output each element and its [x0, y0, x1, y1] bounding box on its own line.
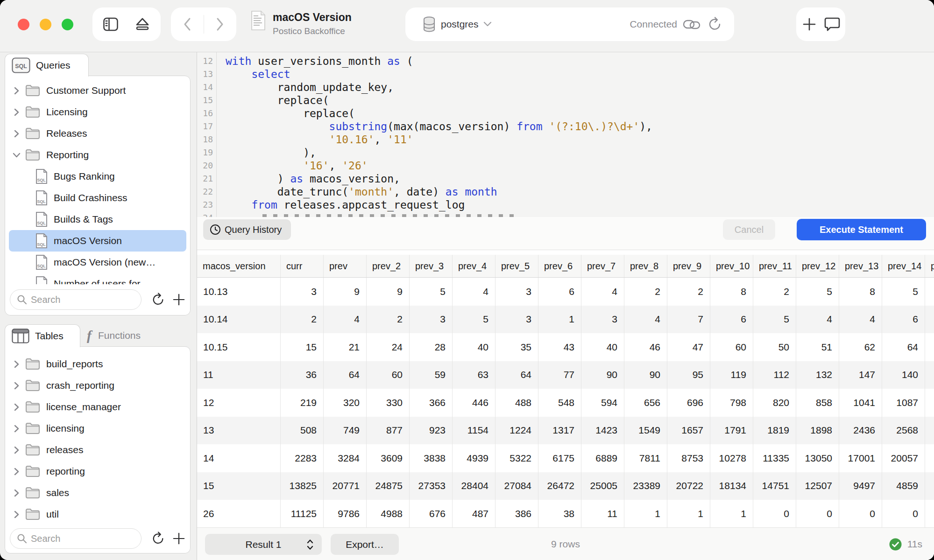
cell-prev-12[interactable]: 12507 [796, 472, 839, 500]
cell-prev-5[interactable]: 35 [495, 333, 538, 361]
cell-prev-3[interactable]: 27353 [410, 472, 453, 500]
cell-prev[interactable]: 9786 [324, 500, 367, 527]
cell-prev-4[interactable]: 487 [453, 500, 495, 527]
cell-prev[interactable]: 320 [324, 389, 367, 417]
cell-prev-8[interactable]: 656 [624, 389, 667, 417]
cell-prev-4[interactable]: 28404 [453, 472, 495, 500]
tab-functions[interactable]: f Functions [87, 324, 141, 347]
queries-search-input[interactable] [31, 294, 131, 305]
cell-prev-6[interactable]: 38 [538, 500, 581, 527]
cell-prev-11[interactable]: 2 [753, 278, 796, 306]
add-table-button[interactable] [172, 532, 185, 545]
cell-prev-15[interactable] [925, 472, 934, 500]
cell-prev-6[interactable]: 548 [538, 389, 581, 417]
cell-prev-12[interactable]: 4 [796, 306, 839, 334]
column-header-prev-6[interactable]: prev_6 [538, 255, 581, 277]
cell-prev-3[interactable]: 5 [410, 278, 453, 306]
execute-statement-button[interactable]: Execute Statement [797, 219, 926, 240]
cell-prev-8[interactable]: 90 [624, 361, 667, 389]
database-selector[interactable]: postgres [441, 19, 479, 30]
cell-prev[interactable]: 3284 [324, 444, 367, 472]
cell-prev-10[interactable]: 798 [710, 389, 753, 417]
column-header-prev-3[interactable]: prev_3 [410, 255, 453, 277]
sidebar-item-releases[interactable]: Releases [5, 123, 190, 144]
cell-prev[interactable]: 20771 [324, 472, 367, 500]
cell-macos-version[interactable]: 14 [197, 444, 281, 472]
cell-prev-5[interactable]: 5322 [495, 444, 538, 472]
sidebar-toggle-button[interactable] [97, 10, 125, 38]
cell-prev-7[interactable]: 594 [581, 389, 624, 417]
cell-prev-7[interactable]: 11 [581, 500, 624, 527]
cell-prev-2[interactable]: 24 [367, 333, 410, 361]
cell-prev-11[interactable]: 14751 [753, 472, 796, 500]
sidebar-item-licensing[interactable]: Licensing [5, 101, 190, 123]
cell-prev-4[interactable]: 1154 [453, 417, 495, 445]
cell-prev-5[interactable]: 386 [495, 500, 538, 527]
cell-prev-14[interactable]: 1087 [882, 389, 925, 417]
cell-prev-13[interactable]: 147 [839, 361, 882, 389]
cell-prev-8[interactable]: 46 [624, 333, 667, 361]
cell-prev-11[interactable]: 0 [753, 500, 796, 527]
cell-prev-13[interactable]: 9497 [839, 472, 882, 500]
new-item-button[interactable] [799, 10, 820, 38]
cell-macos-version[interactable]: 12 [197, 389, 281, 417]
cell-prev-10[interactable]: 10278 [710, 444, 753, 472]
cell-prev-12[interactable]: 1898 [796, 417, 839, 445]
cell-curr[interactable]: 3 [281, 278, 324, 306]
sidebar-item-builds-tags[interactable]: SQLBuilds & Tags [5, 209, 190, 230]
column-header-prev[interactable]: prev [324, 255, 367, 277]
cell-prev-5[interactable]: 64 [495, 361, 538, 389]
cell-prev-15[interactable] [925, 389, 934, 417]
cell-prev-14[interactable]: 140 [882, 361, 925, 389]
cell-prev-9[interactable]: 8753 [667, 444, 710, 472]
cell-prev-12[interactable]: 5 [796, 278, 839, 306]
cell-prev-2[interactable]: 4988 [367, 500, 410, 527]
cell-prev-5[interactable]: 488 [495, 389, 538, 417]
minimize-button[interactable] [40, 19, 51, 30]
cell-prev-10[interactable]: 6 [710, 306, 753, 334]
column-header-curr[interactable]: curr [281, 255, 324, 277]
cell-prev-4[interactable]: 4939 [453, 444, 495, 472]
cell-prev-8[interactable]: 1549 [624, 417, 667, 445]
cell-prev-3[interactable]: 59 [410, 361, 453, 389]
cell-prev-15[interactable] [925, 444, 934, 472]
eject-button[interactable] [128, 10, 156, 38]
cell-curr[interactable]: 11125 [281, 500, 324, 527]
cell-prev-12[interactable]: 132 [796, 361, 839, 389]
cell-prev-13[interactable]: 1041 [839, 389, 882, 417]
tables-search-input[interactable] [31, 533, 131, 544]
cell-curr[interactable]: 36 [281, 361, 324, 389]
cell-prev-9[interactable]: 47 [667, 333, 710, 361]
add-query-button[interactable] [172, 293, 185, 306]
column-header-macos-version[interactable]: macos_version [197, 255, 281, 277]
cell-curr[interactable]: 508 [281, 417, 324, 445]
column-header-prev-15[interactable]: prev_15 [925, 255, 934, 277]
cell-prev-15[interactable] [925, 278, 934, 306]
database-icon[interactable] [422, 16, 436, 33]
column-header-prev-5[interactable]: prev_5 [495, 255, 538, 277]
cell-prev-14[interactable]: 5 [882, 278, 925, 306]
cell-prev-11[interactable]: 11335 [753, 444, 796, 472]
sidebar-item-license-manager[interactable]: license_manager [5, 396, 190, 418]
cell-prev-9[interactable]: 1 [667, 500, 710, 527]
cell-prev-4[interactable]: 63 [453, 361, 495, 389]
cell-prev[interactable]: 749 [324, 417, 367, 445]
tab-tables[interactable]: Tables [5, 324, 80, 347]
cell-prev-2[interactable]: 24875 [367, 472, 410, 500]
sidebar-item-bugs-ranking[interactable]: SQLBugs Ranking [5, 166, 190, 187]
sidebar-item-util[interactable]: util [5, 504, 190, 525]
cell-prev-7[interactable]: 25005 [581, 472, 624, 500]
cell-prev-2[interactable]: 877 [367, 417, 410, 445]
column-header-prev-10[interactable]: prev_10 [710, 255, 753, 277]
query-history-button[interactable]: Query History [203, 219, 291, 240]
cell-prev-3[interactable]: 923 [410, 417, 453, 445]
cell-prev-11[interactable]: 112 [753, 361, 796, 389]
column-header-prev-2[interactable]: prev_2 [367, 255, 410, 277]
cell-prev-14[interactable]: 4859 [882, 472, 925, 500]
cell-prev-11[interactable]: 5 [753, 306, 796, 334]
cell-prev-2[interactable]: 2 [367, 306, 410, 334]
cell-prev-8[interactable]: 2 [624, 278, 667, 306]
sidebar-item-crash-reporting[interactable]: crash_reporting [5, 375, 190, 396]
sidebar-item-customer-support[interactable]: Customer Support [5, 80, 190, 101]
cell-prev-8[interactable]: 4 [624, 306, 667, 334]
